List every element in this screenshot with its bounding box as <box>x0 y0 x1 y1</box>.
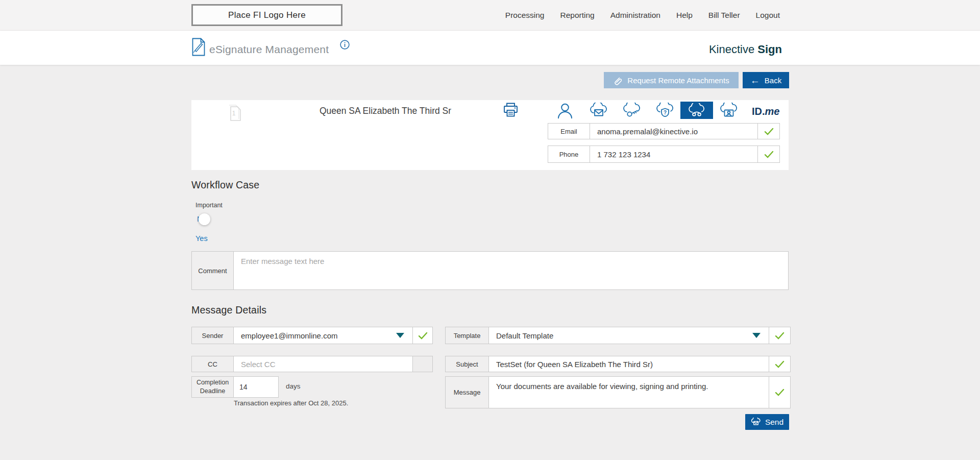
fi-logo-text: Place FI Logo Here <box>228 10 306 20</box>
send-envelope-icon <box>751 418 761 426</box>
chevron-down-icon <box>752 333 761 338</box>
phone-delivery-active-tile[interactable] <box>680 102 713 119</box>
template-value: Default Template <box>489 331 752 340</box>
back-arrow-icon: ← <box>750 76 760 85</box>
comment-textarea[interactable] <box>234 252 788 289</box>
nav-logout[interactable]: Logout <box>756 11 780 20</box>
sender-valid-check <box>412 327 432 344</box>
send-label: Send <box>765 418 783 427</box>
template-label: Template <box>446 327 489 344</box>
svg-text:1: 1 <box>232 110 236 117</box>
send-button[interactable]: Send <box>745 414 789 430</box>
fi-logo-placeholder: Place FI Logo Here <box>191 4 342 26</box>
recipient-email-row: Email <box>548 123 780 139</box>
important-label: Important <box>195 202 223 209</box>
phone-label: Phone <box>548 146 590 162</box>
info-icon[interactable] <box>340 40 350 50</box>
page-title: eSignature Management <box>209 43 329 56</box>
sender-row: Sender employee1@immonline.com <box>191 327 433 344</box>
deadline-days-input[interactable] <box>234 377 278 397</box>
back-label: Back <box>765 76 781 85</box>
email-delivery-cloud-icon[interactable] <box>589 103 608 119</box>
template-valid-check <box>769 327 790 344</box>
phone-input[interactable] <box>590 146 757 162</box>
idme-suffix: me <box>765 106 780 117</box>
email-label: Email <box>548 124 590 139</box>
request-remote-attachments-label: Request Remote Attachments <box>627 76 729 85</box>
message-textarea[interactable]: Your documents are available for viewing… <box>489 377 769 408</box>
idme-logo[interactable]: ID.me <box>752 106 779 117</box>
message-details-heading: Message Details <box>191 304 266 316</box>
idme-prefix: ID. <box>752 106 765 117</box>
message-valid-check <box>769 377 790 408</box>
message-row: Message Your documents are available for… <box>445 376 791 408</box>
request-remote-attachments-button[interactable]: Request Remote Attachments <box>604 72 739 88</box>
security-question-cloud-icon[interactable]: ? <box>655 103 675 119</box>
id-verification-cloud-icon[interactable] <box>719 103 739 119</box>
phone-delivery-cloud-icon <box>688 103 706 117</box>
nav-help[interactable]: Help <box>676 11 693 20</box>
cc-input[interactable] <box>234 356 412 372</box>
paperclip-icon <box>613 76 622 85</box>
message-label: Message <box>446 377 489 408</box>
nav-administration[interactable]: Administration <box>610 11 660 20</box>
back-button[interactable]: ← Back <box>743 72 789 88</box>
phone-valid-check <box>757 146 779 162</box>
workflow-case-heading: Workflow Case <box>191 179 259 191</box>
document-count-icon[interactable]: 1 <box>228 104 242 122</box>
completion-deadline-label: Completion Deadline <box>192 377 234 397</box>
page-header <box>0 31 980 65</box>
template-row: Template Default Template <box>445 327 791 344</box>
days-unit-label: days <box>286 382 301 390</box>
completion-deadline-row: Completion Deadline <box>191 376 279 398</box>
sender-dropdown[interactable]: employee1@immonline.com <box>234 327 412 344</box>
important-option-yes[interactable]: Yes <box>195 234 208 243</box>
nav-reporting[interactable]: Reporting <box>560 11 595 20</box>
brand-product: Sign <box>757 43 782 56</box>
brand-name: Kinective <box>709 43 754 56</box>
recipient-name: Queen SA Elizabeth The Third Sr <box>286 106 485 116</box>
sender-label: Sender <box>192 327 234 344</box>
kinective-sign-logo: Kinective Sign <box>679 43 782 56</box>
email-valid-check <box>757 124 779 139</box>
subject-label: Subject <box>446 356 489 372</box>
template-dropdown[interactable]: Default Template <box>489 327 769 344</box>
svg-text:?: ? <box>664 110 667 115</box>
chevron-down-icon <box>396 333 404 338</box>
recipient-person-icon[interactable] <box>557 103 573 119</box>
nav-processing[interactable]: Processing <box>505 11 545 20</box>
subject-row: Subject <box>445 356 791 372</box>
esignature-management-screen: Place FI Logo Here Processing Reporting … <box>0 0 980 460</box>
cc-label: CC <box>192 356 234 372</box>
transaction-expires-note: Transaction expires after Oct 28, 2025. <box>234 399 348 407</box>
email-input[interactable] <box>590 124 757 139</box>
sender-value: employee1@immonline.com <box>234 331 396 340</box>
subject-valid-check <box>769 356 790 372</box>
main-nav: Processing Reporting Administration Help… <box>505 0 780 31</box>
nav-user-bill-teller[interactable]: Bill Teller <box>708 11 740 20</box>
subject-input[interactable] <box>489 356 769 372</box>
comment-label: Comment <box>192 252 234 289</box>
recipient-phone-row: Phone <box>548 146 780 163</box>
important-toggle-knob[interactable] <box>199 213 210 225</box>
completion-label-line2: Deadline <box>200 387 225 396</box>
comment-row: Comment <box>191 251 789 290</box>
access-key-cloud-icon[interactable] <box>622 103 642 119</box>
print-icon[interactable] <box>503 102 519 117</box>
cc-row: CC <box>191 356 433 372</box>
esignature-doc-pen-icon <box>191 38 206 56</box>
cc-check-placeholder <box>412 356 432 372</box>
top-bar: Place FI Logo Here Processing Reporting … <box>0 0 980 31</box>
completion-label-line1: Completion <box>197 378 229 387</box>
